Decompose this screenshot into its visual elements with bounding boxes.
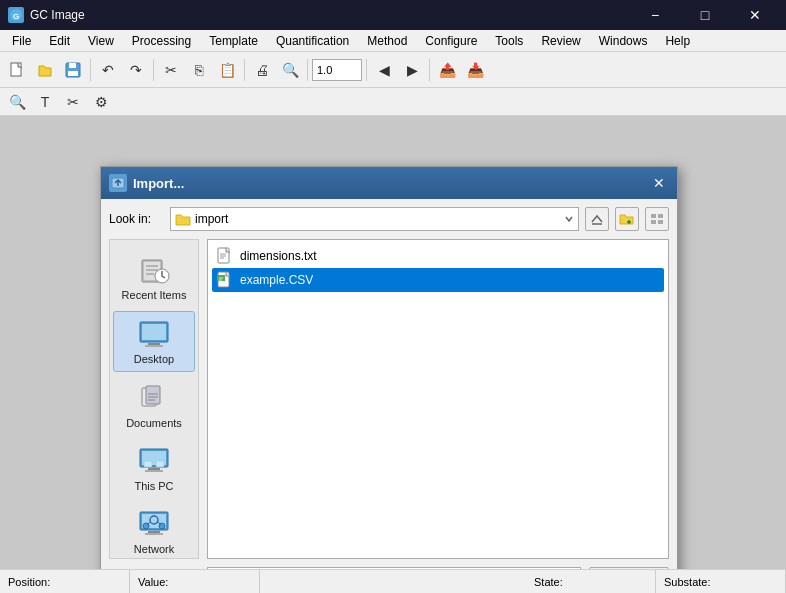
menu-help[interactable]: Help — [657, 32, 698, 50]
import-button[interactable]: 📥 — [462, 57, 488, 83]
svg-rect-4 — [69, 63, 76, 68]
state-label: State: — [534, 576, 563, 588]
svg-rect-22 — [142, 324, 166, 340]
sidebar-item-network[interactable]: Network — [113, 502, 195, 561]
value-label: Value: — [138, 576, 168, 588]
sidebar-label-desktop: Desktop — [134, 353, 174, 365]
svg-rect-11 — [651, 214, 656, 218]
toolbar-secondary: 🔍 T ✂ ⚙ — [0, 88, 786, 116]
copy-button[interactable]: ⎘ — [186, 57, 212, 83]
dialog-titlebar: Import... ✕ — [101, 167, 677, 199]
zoom-button[interactable]: 🔍 — [277, 57, 303, 83]
svg-rect-39 — [145, 533, 163, 535]
file-list[interactable]: dimensions.txt example.CSV — [207, 239, 669, 559]
nav-up-button[interactable] — [585, 207, 609, 231]
dialog-bottom: File name: Open Files of type: All Suppo… — [109, 567, 669, 569]
menu-method[interactable]: Method — [359, 32, 415, 50]
dialog-sidebar: Recent Items Desktop — [109, 239, 199, 559]
cut2-toolbar-btn[interactable]: ✂ — [60, 89, 86, 115]
menu-tools[interactable]: Tools — [487, 32, 531, 50]
menu-windows[interactable]: Windows — [591, 32, 656, 50]
folder-icon — [175, 211, 191, 227]
sidebar-label-thispc: This PC — [134, 480, 173, 492]
sidebar-label-network: Network — [134, 543, 174, 555]
dialog-icon — [109, 174, 127, 192]
menu-review[interactable]: Review — [533, 32, 588, 50]
view-toggle-button[interactable] — [645, 207, 669, 231]
dialog-close-button[interactable]: ✕ — [649, 173, 669, 193]
zoom-input[interactable] — [312, 59, 362, 81]
minimize-button[interactable]: − — [632, 0, 678, 30]
menu-quantification[interactable]: Quantification — [268, 32, 357, 50]
status-substate: Substate: — [656, 570, 786, 593]
menu-edit[interactable]: Edit — [41, 32, 78, 50]
title-bar: G GC Image − □ ✕ — [0, 0, 786, 30]
look-in-select[interactable]: import — [170, 207, 579, 231]
close-button[interactable]: ✕ — [732, 0, 778, 30]
sidebar-item-documents[interactable]: Documents — [113, 376, 195, 435]
app-window: G GC Image − □ ✕ File Edit View Processi… — [0, 0, 786, 593]
svg-rect-8 — [592, 223, 602, 225]
paste-button[interactable]: 📋 — [214, 57, 240, 83]
print-button[interactable]: 🖨 — [249, 57, 275, 83]
new-button[interactable] — [4, 57, 30, 83]
status-bar: Position: Value: State: Substate: — [0, 569, 786, 593]
status-position: Position: — [0, 570, 130, 593]
file-item-txt[interactable]: dimensions.txt — [212, 244, 664, 268]
menu-bar: File Edit View Processing Template Quant… — [0, 30, 786, 52]
toolbar-sep-5 — [366, 59, 367, 81]
menu-configure[interactable]: Configure — [417, 32, 485, 50]
search-toolbar-btn[interactable]: 🔍 — [4, 89, 30, 115]
back-button[interactable]: ◀ — [371, 57, 397, 83]
filename-input[interactable] — [207, 567, 581, 569]
menu-view[interactable]: View — [80, 32, 122, 50]
svg-rect-32 — [148, 468, 160, 470]
svg-rect-5 — [68, 71, 78, 76]
dropdown-arrow-icon — [564, 214, 574, 224]
svg-rect-24 — [145, 345, 163, 347]
toolbar-sep-3 — [244, 59, 245, 81]
save-button[interactable] — [60, 57, 86, 83]
export-button[interactable]: 📤 — [434, 57, 460, 83]
misc-toolbar-btn[interactable]: ⚙ — [88, 89, 114, 115]
txt-file-icon — [216, 247, 234, 265]
file-item-csv[interactable]: example.CSV — [212, 268, 664, 292]
svg-rect-38 — [148, 531, 160, 533]
nav-newfolder-button[interactable] — [615, 207, 639, 231]
dialog-main: Recent Items Desktop — [109, 239, 669, 559]
position-label: Position: — [8, 576, 50, 588]
open-button[interactable] — [32, 57, 58, 83]
toolbar-sep-1 — [90, 59, 91, 81]
sidebar-item-recent[interactable]: Recent Items — [113, 248, 195, 307]
app-title: GC Image — [30, 8, 632, 22]
open-button[interactable]: Open — [589, 567, 669, 569]
status-state: State: — [526, 570, 656, 593]
menu-file[interactable]: File — [4, 32, 39, 50]
toolbar-sep-4 — [307, 59, 308, 81]
maximize-button[interactable]: □ — [682, 0, 728, 30]
forward-button[interactable]: ▶ — [399, 57, 425, 83]
svg-text:G: G — [13, 12, 19, 21]
csv-file-icon — [216, 271, 234, 289]
svg-rect-13 — [651, 220, 656, 224]
redo-button[interactable]: ↷ — [123, 57, 149, 83]
file-name-csv: example.CSV — [240, 273, 313, 287]
look-in-row: Look in: import — [109, 207, 669, 231]
svg-rect-26 — [146, 386, 160, 404]
menu-processing[interactable]: Processing — [124, 32, 199, 50]
sidebar-item-thispc[interactable]: This PC — [113, 439, 195, 498]
network-icon — [138, 508, 170, 540]
toolbar-sep-6 — [429, 59, 430, 81]
svg-rect-33 — [145, 470, 163, 472]
svg-rect-34 — [144, 461, 152, 467]
menu-template[interactable]: Template — [201, 32, 266, 50]
text-toolbar-btn[interactable]: T — [32, 89, 58, 115]
cut-button[interactable]: ✂ — [158, 57, 184, 83]
dialog-title: Import... — [133, 176, 649, 191]
substate-label: Substate: — [664, 576, 710, 588]
import-dialog: Import... ✕ Look in: import — [100, 166, 678, 569]
toolbar-main: ↶ ↷ ✂ ⎘ 📋 🖨 🔍 ◀ ▶ 📤 📥 — [0, 52, 786, 88]
undo-button[interactable]: ↶ — [95, 57, 121, 83]
svg-rect-23 — [148, 343, 160, 345]
sidebar-item-desktop[interactable]: Desktop — [113, 311, 195, 372]
